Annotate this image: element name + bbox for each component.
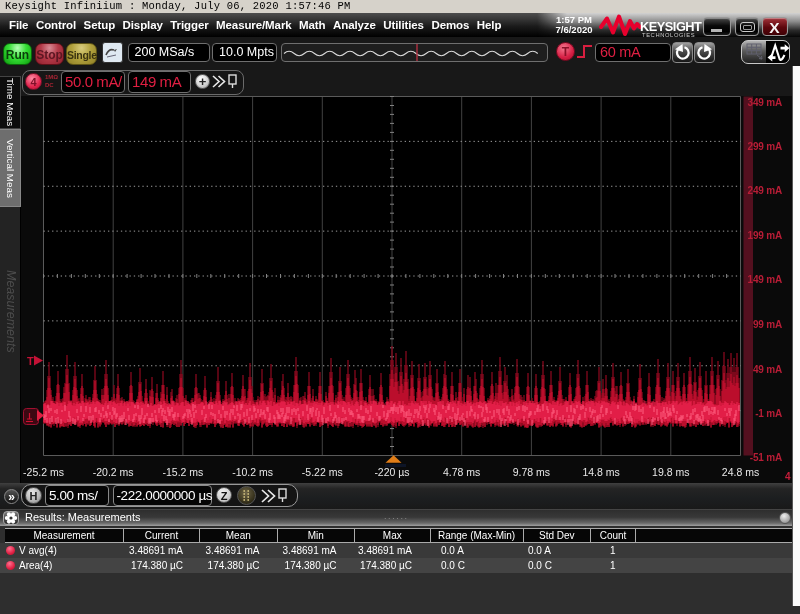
- svg-text:14.8 ms: 14.8 ms: [582, 466, 619, 478]
- svg-text:149 mA: 149 mA: [748, 274, 782, 285]
- svg-text:-20.2 ms: -20.2 ms: [93, 466, 134, 478]
- svg-text:299 mA: 299 mA: [748, 141, 782, 152]
- svg-text:-15.2 ms: -15.2 ms: [162, 466, 203, 478]
- svg-text:-220 µs: -220 µs: [374, 466, 409, 478]
- svg-text:-10.2 ms: -10.2 ms: [232, 466, 273, 478]
- svg-text:T: T: [27, 355, 34, 367]
- svg-text:9.78 ms: 9.78 ms: [513, 466, 550, 478]
- svg-text:24.8 ms: 24.8 ms: [722, 466, 759, 478]
- svg-text:199 mA: 199 mA: [748, 230, 782, 241]
- svg-text:49 mA: 49 mA: [753, 364, 782, 375]
- svg-text:349 mA: 349 mA: [748, 97, 782, 108]
- svg-text:-51 mA: -51 mA: [750, 452, 782, 463]
- svg-text:-1 mA: -1 mA: [755, 408, 782, 419]
- svg-text:-5.22 ms: -5.22 ms: [302, 466, 343, 478]
- svg-text:4.78 ms: 4.78 ms: [443, 466, 480, 478]
- svg-text:-25.2 ms: -25.2 ms: [23, 466, 64, 478]
- svg-text:TECHNOLOGIES: TECHNOLOGIES: [642, 32, 695, 38]
- svg-text:249 mA: 249 mA: [748, 185, 782, 196]
- svg-text:4: 4: [785, 471, 791, 482]
- svg-text:19.8 ms: 19.8 ms: [652, 466, 689, 478]
- svg-text:99 mA: 99 mA: [753, 319, 782, 330]
